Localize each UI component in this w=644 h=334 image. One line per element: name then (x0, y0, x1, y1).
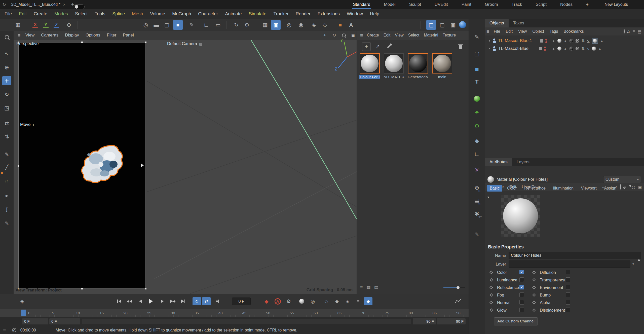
material-menu-texture[interactable]: Texture (440, 33, 458, 38)
tag-icon[interactable]: ◆ (472, 136, 482, 146)
list-view-icon[interactable]: ≡ (360, 285, 363, 290)
tab-objects[interactable]: Objects (485, 19, 509, 27)
material-menu-create[interactable]: Create (365, 33, 381, 38)
hamburger-icon[interactable]: ≡ (359, 32, 365, 38)
material-name-input[interactable] (509, 252, 641, 259)
triangle-icon[interactable]: ▲ (598, 47, 601, 51)
filter-icon[interactable]: ≡ (633, 29, 635, 34)
object-name[interactable]: TL-Mascot-Blue (498, 46, 528, 51)
key-position-icon[interactable]: ◇ (322, 297, 331, 305)
menu-select[interactable]: Select (71, 9, 91, 19)
viewport-menu-filter[interactable]: Filter (104, 33, 120, 38)
frame-handle[interactable] (81, 42, 83, 43)
tab-takes[interactable]: Takes (509, 19, 529, 27)
triangle-icon[interactable]: ▲ (600, 39, 603, 43)
object-row[interactable]: TL-Mascot-Blue.1 ▲ ▲ ⇅ ◺ ▲ (485, 37, 644, 45)
layout-tab-paint[interactable]: Paint (461, 0, 472, 9)
text-tool-icon[interactable]: T (472, 77, 482, 87)
key-scale-icon[interactable]: ◆ (332, 297, 342, 305)
rotate-tool-icon[interactable]: ↻ (2, 90, 11, 99)
range-track[interactable] (82, 319, 411, 324)
simulation-sphere-icon[interactable] (459, 21, 469, 31)
hamburger-icon[interactable]: ≡ (485, 29, 491, 34)
objects-menu-object[interactable]: Object (529, 29, 547, 34)
orange-cube-icon[interactable]: ■ (335, 20, 345, 30)
material-thumbnail[interactable] (384, 53, 404, 73)
menu-volume[interactable]: Volume (146, 9, 169, 19)
render-view-icon[interactable]: ◎ (284, 20, 294, 30)
objects-menu-tags[interactable]: Tags (547, 29, 561, 34)
tab-layers[interactable]: Layers (512, 158, 534, 166)
material-name-label[interactable]: GeneratedM (408, 75, 428, 79)
material-menu-view[interactable]: View (393, 33, 406, 38)
layout-tab-nodes[interactable]: Nodes (560, 0, 573, 9)
layout-tab-groom[interactable]: Groom (484, 0, 499, 9)
angle-manager-icon[interactable]: ∟ (472, 149, 482, 159)
hamburger-icon[interactable]: ≡ (16, 32, 22, 38)
channel-checkbox-glow[interactable] (519, 308, 524, 312)
triangle-icon[interactable]: ▲ (552, 39, 555, 43)
keying-settings-gear-icon[interactable]: ⚙ (284, 297, 293, 305)
scale-tool-icon[interactable]: ◳ (2, 103, 11, 113)
green-sphere-icon[interactable] (472, 94, 482, 104)
corner-tag-icon[interactable]: ◺ (587, 39, 590, 43)
channel-checkbox-bump[interactable] (566, 292, 570, 297)
tab-attributes[interactable]: Attributes (485, 158, 512, 166)
material-thumbnail[interactable] (432, 53, 452, 73)
black-sphere-tag-icon[interactable] (569, 39, 573, 43)
layout-tab-uvedit[interactable]: UVEdit (434, 0, 448, 9)
objects-menu-edit[interactable]: Edit (503, 29, 515, 34)
triangle-icon[interactable]: ▲ (564, 47, 567, 51)
menu-simulate[interactable]: Simulate (245, 9, 270, 19)
range-end-handle-field[interactable]: 90 F (413, 318, 436, 324)
grid-view-icon[interactable]: ▦ (366, 284, 371, 290)
thumbnail-size-slider[interactable] (443, 287, 465, 288)
close-tab-icon[interactable]: ✕ (63, 3, 66, 7)
menu-edit[interactable]: Edit (15, 9, 30, 19)
globe-st-icon[interactable]: ⊕ST (472, 183, 482, 193)
loop-playback-button[interactable]: ↻ (193, 297, 201, 305)
new-window-icon[interactable]: ▣ (638, 185, 642, 190)
camera-icon[interactable]: ▤ (199, 42, 202, 46)
menu-modes[interactable]: Modes (51, 9, 71, 19)
add-custom-channel-button[interactable]: Add Custom Channel (494, 317, 538, 325)
swap-horizontal-tool-icon[interactable]: ⇄ (2, 119, 11, 128)
frame-tool-icon[interactable]: ▢ (437, 20, 447, 30)
texture-tag-icon[interactable] (557, 47, 561, 51)
menu-mesh[interactable]: Mesh (128, 9, 146, 19)
slider-handle[interactable] (457, 286, 460, 289)
color-swatch[interactable] (1, 172, 3, 174)
material-menu-edit[interactable]: Edit (381, 33, 393, 38)
pen-cube-icon[interactable]: ✎ (187, 20, 196, 30)
axis-lock-x-button[interactable]: X (31, 20, 40, 29)
record-target-icon[interactable]: ◎ (308, 297, 318, 305)
corner-tag-icon[interactable]: ◺ (587, 47, 590, 51)
tab-color[interactable]: Color (504, 185, 519, 192)
menu-mograph[interactable]: MoGraph (169, 9, 195, 19)
workplane-icon[interactable]: ▦ (13, 20, 23, 30)
updown-arrows-icon[interactable]: ⇅ (581, 39, 585, 43)
frame-handle[interactable] (81, 288, 83, 289)
channel-checkbox-fog[interactable] (519, 292, 524, 297)
menu-tracker[interactable]: Tracker (270, 9, 292, 19)
play-button[interactable] (146, 297, 156, 305)
magnifier-tool-icon[interactable] (2, 32, 11, 42)
panel-icon[interactable]: ▤ (638, 29, 641, 34)
frame-filled-tool-icon[interactable]: ▣ (448, 20, 458, 30)
spline-pen-tool-icon[interactable]: ✎ (2, 219, 11, 228)
ui-mode-toggle[interactable] (74, 4, 85, 9)
sound-toggle-icon[interactable] (213, 297, 223, 305)
brush-tool-icon[interactable]: ≈ (2, 192, 11, 201)
layer-dropdown-icon[interactable]: ▾ (632, 262, 634, 266)
channel-checkbox-alpha[interactable] (566, 300, 570, 305)
coordinate-system-icon[interactable]: ⊕ (64, 20, 74, 30)
prev-key-button[interactable] (125, 297, 135, 305)
range-start-field[interactable]: 0 F (22, 318, 48, 324)
autokey-icon[interactable]: A (273, 297, 282, 305)
search-icon[interactable] (624, 29, 625, 34)
camera-frame[interactable]: Move + (18, 42, 146, 289)
current-frame-field[interactable]: 0 F (232, 298, 251, 305)
next-key-button[interactable] (168, 297, 177, 305)
collapse-icon[interactable]: ▾ (487, 195, 489, 199)
tab-viewport[interactable]: Viewport (578, 185, 599, 192)
